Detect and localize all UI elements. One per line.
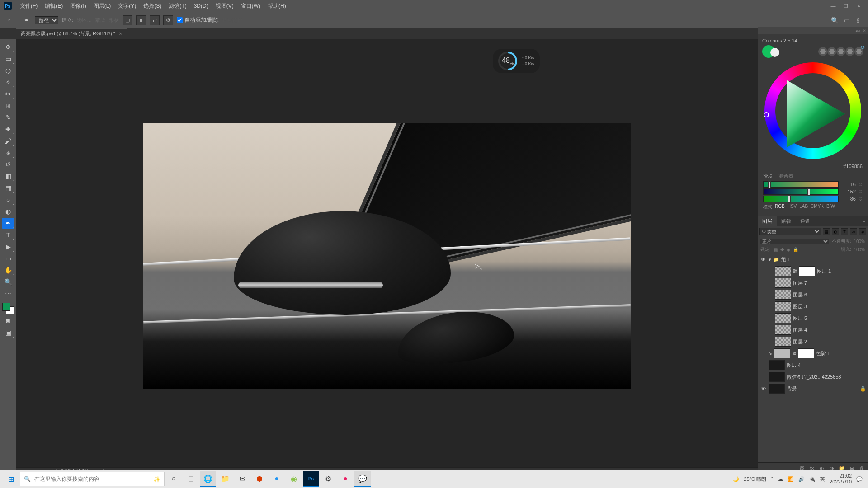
lock-pixels-icon[interactable]: ▦ xyxy=(774,247,778,252)
auto-add-delete-checkbox[interactable] xyxy=(177,17,183,23)
harmony-icon[interactable] xyxy=(827,47,836,56)
panel-menu-icon[interactable]: ≡ xyxy=(863,37,865,42)
menu-layers[interactable]: 图层(L) xyxy=(90,2,115,10)
path-arrange-icon[interactable]: ⇄ xyxy=(150,15,160,25)
pen-tool-icon[interactable]: ✒ xyxy=(2,218,14,229)
selection-button[interactable]: 选区… xyxy=(77,17,92,23)
menu-type[interactable]: 文字(Y) xyxy=(114,2,140,10)
menu-filter[interactable]: 滤镜(T) xyxy=(165,2,190,10)
blur-tool-icon[interactable]: ○ xyxy=(2,194,14,205)
mode-bw[interactable]: B/W xyxy=(826,204,835,210)
hue-handle[interactable] xyxy=(764,112,769,117)
document-canvas[interactable] xyxy=(143,123,631,389)
lock-icon[interactable]: 🔒 xyxy=(860,386,866,392)
r-slider[interactable] xyxy=(763,181,839,188)
lock-artboard-icon[interactable]: ◈ xyxy=(787,247,790,252)
pen-tool-icon[interactable]: ✒ xyxy=(22,16,31,25)
tab-layers[interactable]: 图层 xyxy=(758,216,777,226)
battery-icon[interactable]: 🔌 xyxy=(809,476,816,482)
r-value[interactable]: 16 xyxy=(841,182,856,187)
eraser-tool-icon[interactable]: ◧ xyxy=(2,171,14,182)
explorer-icon[interactable]: 📁 xyxy=(217,471,233,487)
filter-type-icon[interactable]: T xyxy=(841,228,848,235)
workspace-icon[interactable]: ▭ xyxy=(844,17,850,24)
shape-button[interactable]: 形状 xyxy=(109,17,119,23)
layer-item[interactable]: 图层 7 xyxy=(758,277,868,289)
document-tab[interactable]: 高亮黑步骤.psd @ 66.7% (背景, RGB/8#) * ✕ xyxy=(16,28,127,38)
layer-item[interactable]: 图层 6 xyxy=(758,289,868,300)
wand-tool-icon[interactable]: ✧ xyxy=(2,77,14,88)
search-icon[interactable]: 🔍 xyxy=(831,17,839,24)
volume-icon[interactable]: 🔊 xyxy=(798,476,805,482)
menu-3d[interactable]: 3D(D) xyxy=(190,3,212,9)
menu-file[interactable]: 文件(F) xyxy=(16,2,41,10)
ime-indicator[interactable]: 英 xyxy=(820,476,825,483)
wechat-icon[interactable]: 💬 xyxy=(354,471,371,487)
mask-button[interactable]: 蒙版 xyxy=(95,17,105,23)
onedrive-icon[interactable]: ☁ xyxy=(778,476,783,482)
harmony-icon[interactable] xyxy=(845,47,854,56)
start-button[interactable]: ⊞ xyxy=(3,472,19,486)
blend-mode-select[interactable]: 正常 xyxy=(760,239,829,244)
b-value[interactable]: 86 xyxy=(841,196,856,202)
mode-cmyk[interactable]: CMYK xyxy=(811,204,824,210)
chevron-down-icon[interactable]: ▾ xyxy=(769,257,771,263)
layer-item[interactable]: 图层 2 xyxy=(758,336,868,347)
weather-icon[interactable]: 🌙 xyxy=(733,476,739,482)
edit-toolbar-icon[interactable]: ⋯ xyxy=(2,288,14,299)
network-icon[interactable]: 📶 xyxy=(788,476,794,482)
layer-group[interactable]: 👁 ▾ 📁 组 1 xyxy=(758,253,868,265)
menu-help[interactable]: 帮助(H) xyxy=(264,2,290,10)
heal-tool-icon[interactable]: ✚ xyxy=(2,124,14,135)
dodge-tool-icon[interactable]: ◐ xyxy=(2,206,14,217)
mail-icon[interactable]: ✉ xyxy=(234,471,250,487)
marquee-tool-icon[interactable]: ▭ xyxy=(2,53,14,64)
tab-sliders[interactable]: 滑块 xyxy=(763,173,773,179)
home-icon[interactable]: ⌂ xyxy=(5,16,14,25)
panel-close-icon[interactable]: ✕ xyxy=(863,28,866,33)
cortana-icon[interactable]: ○ xyxy=(165,471,182,487)
link-icon[interactable]: ⛓ xyxy=(793,269,797,273)
eyedropper-tool-icon[interactable]: ✎ xyxy=(2,112,14,123)
window-restore-button[interactable]: ❐ xyxy=(840,2,852,10)
layer-item[interactable]: 图层 4 xyxy=(758,324,868,336)
filter-shape-icon[interactable]: ▱ xyxy=(850,228,857,235)
window-close-button[interactable]: ✕ xyxy=(853,2,864,10)
layer-adjustment[interactable]: ↘⛓色阶 1 xyxy=(758,347,868,359)
g-slider[interactable] xyxy=(763,188,839,195)
panel-menu-icon[interactable]: ≡ xyxy=(860,216,868,226)
lasso-tool-icon[interactable]: ◌ xyxy=(2,65,14,76)
layers-list[interactable]: 👁 ▾ 📁 组 1 ⛓图层 1 图层 7 图层 6 图层 3 图层 5 图层 4… xyxy=(758,253,868,462)
move-tool-icon[interactable]: ✥ xyxy=(2,42,14,52)
tab-blender[interactable]: 混合器 xyxy=(778,173,793,179)
shape-tool-icon[interactable]: ▭ xyxy=(2,253,14,264)
visibility-icon[interactable]: 👁 xyxy=(760,386,767,391)
mode-rgb[interactable]: RGB xyxy=(775,204,785,210)
path-select-icon[interactable]: ▶ xyxy=(2,241,14,252)
background-swatch[interactable] xyxy=(770,48,779,57)
weather-text[interactable]: 25°C 晴朗 xyxy=(744,476,766,483)
layer-item[interactable]: ⛓图层 1 xyxy=(758,265,868,277)
lock-all-icon[interactable]: 🔒 xyxy=(793,247,798,252)
office-icon[interactable]: ⬢ xyxy=(251,471,268,487)
crop-tool-icon[interactable]: ✂ xyxy=(2,89,14,99)
panel-collapse-icon[interactable]: ◂◂ xyxy=(855,28,860,33)
path-op-combine-icon[interactable]: ▢ xyxy=(123,15,132,25)
zoom-tool-icon[interactable]: 🔍 xyxy=(2,277,14,287)
text-tool-icon[interactable]: T xyxy=(2,230,14,240)
hand-tool-icon[interactable]: ✋ xyxy=(2,265,14,276)
layer-background[interactable]: 👁背景🔒 xyxy=(758,383,868,394)
filter-adjust-icon[interactable]: ◐ xyxy=(832,228,839,235)
harmony-icon[interactable] xyxy=(818,47,827,56)
layer-item[interactable]: 图层 3 xyxy=(758,300,868,312)
brush-tool-icon[interactable]: 🖌 xyxy=(2,136,14,146)
path-mode-select[interactable]: 路径 xyxy=(35,16,58,24)
edge-icon[interactable]: 🌐 xyxy=(200,471,216,487)
layer-filter-kind[interactable]: Q 类型 xyxy=(760,228,821,235)
filter-pixel-icon[interactable]: ▦ xyxy=(823,228,830,235)
layer-smart-object[interactable]: 微信图片_202...4225658 xyxy=(758,371,868,383)
frame-tool-icon[interactable]: ⊞ xyxy=(2,100,14,111)
hex-value[interactable]: 109856 xyxy=(846,164,863,169)
mode-hsv[interactable]: HSV xyxy=(788,204,797,210)
settings-icon[interactable]: ⚙ xyxy=(320,471,336,487)
